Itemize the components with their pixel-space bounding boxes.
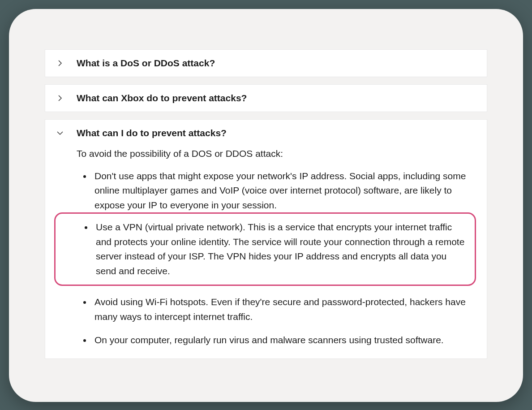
accordion-title: What is a DoS or DDoS attack? xyxy=(77,58,215,69)
list-item: Avoid using Wi-Fi hotspots. Even if they… xyxy=(92,295,476,324)
highlight-annotation: Use a VPN (virtual private network). Thi… xyxy=(54,212,476,286)
chevron-down-icon xyxy=(56,129,64,137)
accordion-title: What can Xbox do to prevent attacks? xyxy=(77,93,247,104)
chevron-right-icon xyxy=(56,94,64,102)
accordion-body: To avoid the possibility of a DOS or DDO… xyxy=(45,147,487,358)
bullet-list: Avoid using Wi-Fi hotspots. Even if they… xyxy=(77,295,476,348)
list-item: Don't use apps that might expose your ne… xyxy=(92,169,476,213)
faq-card: What is a DoS or DDoS attack? What can X… xyxy=(9,9,523,402)
accordion-item-dos-ddos: What is a DoS or DDoS attack? xyxy=(45,49,487,77)
accordion-header[interactable]: What can I do to prevent attacks? xyxy=(45,120,487,147)
accordion-header[interactable]: What is a DoS or DDoS attack? xyxy=(45,50,487,77)
list-item: On your computer, regularly run virus an… xyxy=(92,333,476,348)
bullet-list: Don't use apps that might expose your ne… xyxy=(77,169,476,213)
intro-text: To avoid the possibility of a DOS or DDO… xyxy=(77,147,476,161)
list-item-highlighted: Use a VPN (virtual private network). Thi… xyxy=(93,220,466,278)
accordion-item-user-prevent: What can I do to prevent attacks? To avo… xyxy=(45,119,487,359)
accordion-header[interactable]: What can Xbox do to prevent attacks? xyxy=(45,85,487,112)
chevron-right-icon xyxy=(56,59,64,67)
accordion-title: What can I do to prevent attacks? xyxy=(77,128,227,138)
accordion-item-xbox-prevent: What can Xbox do to prevent attacks? xyxy=(45,84,487,112)
